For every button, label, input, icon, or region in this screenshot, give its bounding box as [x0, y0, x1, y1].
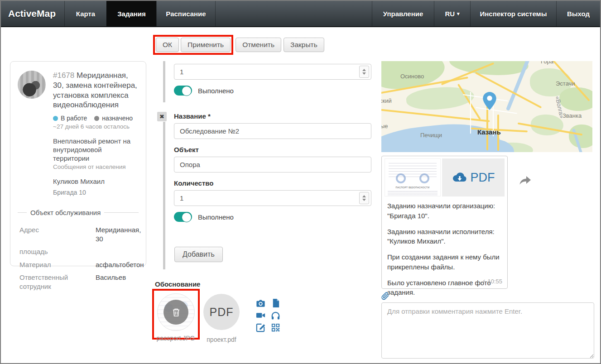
map-place-label: ые — [381, 123, 388, 129]
group-indicator-bar — [163, 122, 165, 269]
status-in-progress-label: В работе — [61, 115, 87, 122]
object-field-label: Объект — [174, 146, 199, 153]
cloud-download-icon — [452, 172, 467, 183]
field-label: Материал — [18, 260, 96, 269]
field-value: Меридианная, 30 — [96, 225, 144, 243]
stamp-decoration — [396, 173, 406, 183]
task-title: #1678 Меридианная, 30, замена контейнера… — [53, 71, 139, 110]
nav-language-dropdown[interactable]: RU ▾ — [434, 1, 470, 26]
service-object-divider: Объект обслуживания — [18, 209, 139, 216]
attach-file-paperclip-icon[interactable] — [381, 291, 389, 301]
task-location-map[interactable]: Осиново Эстачи «Волга» Званка Печищи Каз… — [381, 61, 592, 152]
timestamp: 10:55 — [487, 278, 502, 285]
edit-icon[interactable] — [255, 322, 266, 333]
done-toggle-2[interactable] — [174, 212, 192, 222]
comment-input[interactable] — [381, 302, 594, 359]
done-toggle-1[interactable] — [174, 86, 192, 96]
task-history-card: ПАСПОРТ БЕЗОПАСНОСТИ PDF Заданию назначи… — [381, 156, 508, 289]
done-toggle-row-1: Выполнено — [174, 86, 234, 96]
name-input[interactable] — [174, 123, 371, 139]
language-label: RU — [445, 10, 455, 18]
remove-item-button[interactable]: ✖ — [157, 112, 167, 121]
nav-management[interactable]: Управление — [372, 1, 434, 26]
qr-icon[interactable] — [270, 322, 281, 333]
attachment-pdf-thumbnail[interactable]: PDF — [203, 294, 240, 330]
scan-caption: ПАСПОРТ БЕЗОПАСНОСТИ — [385, 186, 440, 189]
delete-attachment-button[interactable] — [163, 300, 188, 325]
attachment-passport-name: passport.JPG — [151, 335, 201, 342]
object-input[interactable] — [174, 157, 371, 172]
attach-media-buttons — [255, 298, 281, 333]
map-place-label: Печищи — [420, 132, 442, 139]
map-road — [476, 107, 517, 114]
delivered-check-icon: ✓ — [481, 278, 486, 285]
quantity-input-1[interactable] — [174, 64, 371, 80]
history-attachments: ПАСПОРТ БЕЗОПАСНОСТИ PDF — [385, 158, 505, 196]
scan-decoration — [389, 162, 437, 177]
field-label: Адрес — [18, 225, 96, 243]
status-in-progress-dot — [53, 116, 58, 121]
group-indicator-bar — [163, 61, 165, 102]
map-place-label: Эстачи — [556, 80, 575, 87]
video-icon[interactable] — [255, 310, 266, 321]
map-city-label: Казань — [477, 128, 501, 136]
stepper-up-icon[interactable] — [362, 69, 366, 71]
task-status-row: В работе назначено — [53, 115, 139, 122]
tab-tasks[interactable]: Задания — [106, 1, 156, 26]
nav-system-inspector[interactable]: Инспектор системы — [470, 1, 556, 26]
annotation-box-toolbar: ОК Применить — [153, 35, 233, 55]
service-object-fields: Адрес Меридианная, 30 площадь Материал а… — [18, 225, 139, 291]
field-label: площадь — [18, 247, 96, 256]
map-pin[interactable] — [483, 92, 496, 110]
justification-label: Обоснование — [155, 280, 200, 288]
organization-name: Бригада 10 — [53, 189, 139, 196]
history-message: Заданию назначили исполнителя: "Куликов … — [387, 227, 502, 247]
status-assigned-dot — [94, 116, 99, 121]
headphones-icon[interactable] — [270, 310, 281, 321]
work-source: Сообщения от населения — [53, 163, 139, 170]
add-item-button[interactable]: Добавить — [174, 247, 223, 262]
camera-icon[interactable] — [255, 298, 266, 308]
stepper-up-icon[interactable] — [362, 195, 366, 197]
field-value: Васильев — [96, 273, 144, 291]
nav-spacer — [215, 1, 372, 26]
quantity-input-2[interactable] — [174, 190, 371, 206]
stepper-down-icon[interactable] — [362, 199, 366, 201]
task-toolbar: ОК Применить Отменить Закрыть — [153, 35, 324, 55]
close-button[interactable]: Закрыть — [284, 38, 324, 52]
name-field-label: Название * — [174, 112, 211, 120]
done-toggle-row-2: Выполнено — [174, 212, 234, 222]
field-label: Ответственный сотрудник — [18, 273, 96, 291]
history-pdf-thumbnail[interactable]: PDF — [442, 158, 505, 196]
nav-logout[interactable]: Выход — [556, 1, 600, 26]
attachment-passport-thumbnail[interactable] — [157, 293, 195, 331]
history-message: При создании задания к нему были прикреп… — [387, 252, 502, 272]
ok-button[interactable]: ОК — [156, 38, 179, 52]
service-object-title: Объект обслуживания — [30, 209, 101, 216]
tab-map[interactable]: Карта — [64, 1, 106, 26]
quantity-field-label: Количество — [174, 179, 213, 187]
pdf-badge: PDF — [210, 306, 234, 319]
scan-decoration — [388, 191, 438, 195]
history-message: Заданию назначили организацию: "Бригада … — [387, 201, 502, 221]
map-place-label: Званка — [563, 112, 582, 119]
file-icon[interactable] — [270, 298, 281, 308]
map-place-label: Осиново — [400, 73, 424, 80]
quantity-stepper-1[interactable] — [359, 66, 369, 78]
trash-icon — [172, 307, 181, 317]
history-passport-thumbnail[interactable]: ПАСПОРТ БЕЗОПАСНОСТИ — [385, 158, 441, 196]
apply-button[interactable]: Применить — [181, 38, 231, 52]
quantity-stepper-2[interactable] — [359, 192, 369, 204]
assignee-name: Куликов Михаил — [53, 177, 139, 185]
task-id: #1678 — [53, 71, 74, 80]
forward-share-icon[interactable] — [519, 175, 531, 186]
map-road — [470, 92, 471, 134]
task-photo-avatar[interactable] — [18, 71, 46, 99]
tab-schedule[interactable]: Расписание — [156, 1, 215, 26]
status-assigned-label: назначено — [102, 115, 133, 122]
stepper-down-icon[interactable] — [362, 72, 366, 75]
cancel-button[interactable]: Отменить — [236, 38, 281, 52]
work-type: Внеплановый ремонт на внутридомовой терр… — [53, 137, 139, 163]
done-toggle-label-2: Выполнено — [198, 213, 234, 221]
done-toggle-label-1: Выполнено — [198, 87, 234, 95]
